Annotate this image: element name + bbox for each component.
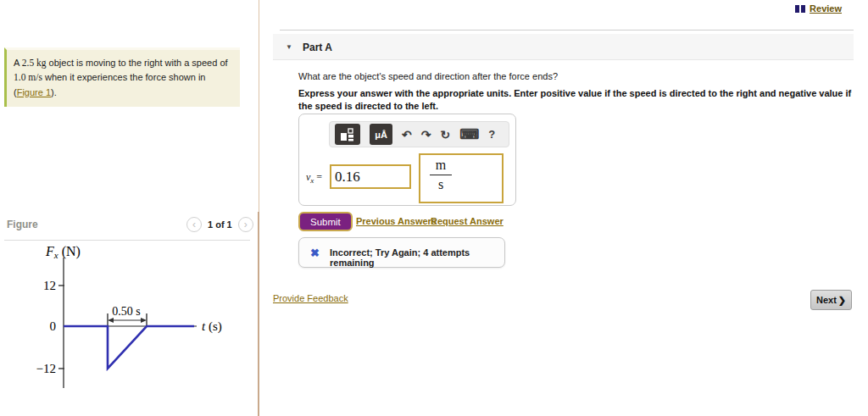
figure-divider (4, 240, 250, 241)
equation-toolbar: μÅ ↶ ↷ ↻ ⌨ ? (329, 121, 509, 147)
equals-sign: = (314, 171, 322, 183)
review-link[interactable]: Review (810, 3, 842, 14)
units-icon: μÅ (375, 130, 387, 140)
panel-divider-top (259, 0, 259, 214)
figure-page-count: 1 of 1 (208, 219, 232, 230)
feedback-message: Incorrect; Try Again; 4 attempts remaini… (330, 247, 504, 268)
answer-widget: μÅ ↶ ↷ ↻ ⌨ ? vx = m s (298, 114, 516, 206)
problem-text: A (14, 58, 22, 68)
problem-speed-value: 1.0 m/s (14, 72, 42, 82)
figure-pager: ‹ 1 of 1 › (186, 217, 253, 232)
part-a-header[interactable]: ▼ Part A (273, 34, 854, 60)
problem-mass-value: 2.5 kg (22, 58, 47, 68)
next-chevron-icon: ❯ (838, 295, 846, 306)
unit-fraction: m s (430, 158, 452, 192)
keyboard-icon[interactable]: ⌨ (459, 128, 479, 141)
templates-button[interactable] (335, 124, 360, 145)
undo-icon[interactable]: ↶ (402, 129, 412, 141)
incorrect-x-icon: ✖ (310, 247, 320, 259)
header-divider (280, 30, 854, 31)
figure-1-link[interactable]: Figure 1 (17, 87, 51, 97)
y-tick-label-minus12: −12 (36, 362, 56, 375)
answer-variable-label: vx = (306, 171, 322, 185)
question-text: What are the object's speed and directio… (298, 71, 558, 81)
next-button[interactable]: Next ❯ (810, 290, 852, 310)
x-axis-label: t (s) (202, 319, 222, 334)
unit-denominator: s (430, 177, 452, 192)
y-axis-label: Fx (N) (45, 244, 81, 260)
problem-text: object is moving to the right with a spe… (47, 58, 228, 68)
y-tick-label-12: 12 (43, 279, 56, 292)
y-tick-label-0: 0 (50, 319, 57, 333)
panel-divider-bottom (258, 212, 259, 416)
units-button[interactable]: μÅ (370, 124, 392, 145)
force-curve (64, 326, 194, 369)
redo-icon[interactable]: ↷ (421, 129, 431, 141)
templates-icon (340, 128, 355, 141)
duration-label: 0.50 s (112, 305, 140, 318)
feedback-box: ✖ Incorrect; Try Again; 4 attempts remai… (298, 237, 505, 268)
figure-next-button[interactable]: › (238, 217, 253, 232)
request-answer-link[interactable]: Request Answer (431, 216, 504, 226)
force-time-graph: Fx (N) t (s) 12 0 −12 0.50 s (7, 244, 248, 413)
chevron-left-icon: ‹ (192, 219, 196, 230)
units-box[interactable]: m s (419, 153, 504, 203)
problem-text: ). (51, 87, 57, 97)
help-icon[interactable]: ? (488, 129, 495, 140)
review-link-wrap: Review (795, 3, 842, 14)
previous-answers-link[interactable]: Previous Answers (356, 216, 437, 226)
arrow-right-icon (141, 318, 147, 323)
answer-instruction: Express your answer with the appropriate… (298, 87, 852, 113)
problem-statement: A 2.5 kg object is moving to the right w… (4, 47, 240, 107)
reset-icon[interactable]: ↻ (440, 129, 450, 141)
unit-numerator: m (430, 158, 452, 174)
chevron-right-icon: › (244, 219, 248, 230)
part-a-title: Part A (303, 42, 332, 53)
figure-prev-button[interactable]: ‹ (186, 217, 202, 232)
next-button-label: Next (816, 295, 837, 305)
review-book-icon (795, 5, 805, 13)
collapse-triangle-icon[interactable]: ▼ (286, 43, 292, 51)
answer-input[interactable] (330, 164, 411, 189)
figure-panel-title: Figure (7, 219, 38, 230)
arrow-left-icon (108, 318, 114, 323)
submit-button[interactable]: Submit (298, 212, 353, 231)
fraction-bar (430, 175, 452, 175)
provide-feedback-link[interactable]: Provide Feedback (273, 293, 348, 303)
